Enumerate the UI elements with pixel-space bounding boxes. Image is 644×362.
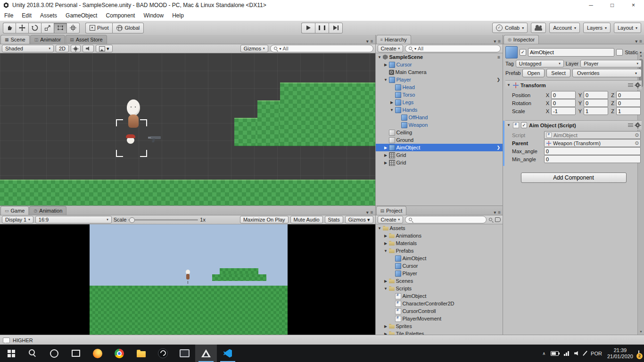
layers-dropdown[interactable]: Layers▾ — [583, 23, 611, 33]
network-icon[interactable] — [564, 351, 569, 356]
add-component-button[interactable]: Add Component — [521, 173, 627, 183]
console-statusbar[interactable]: HIGHER — [0, 335, 644, 345]
taskbar-task-view-button[interactable] — [65, 345, 87, 362]
rotation-y-field[interactable] — [584, 99, 608, 107]
hierarchy-item-offhand[interactable]: OffHand — [376, 114, 503, 121]
transform-header[interactable]: ▼ Transform — [505, 81, 642, 90]
game-pane-menu-icon[interactable]: ▾≡ — [366, 210, 375, 215]
maximize-on-play-button[interactable]: Maximize On Play — [240, 216, 289, 223]
project-item-aimobject[interactable]: AimObject — [376, 292, 497, 300]
taskbar-screen-app-button[interactable] — [173, 345, 195, 362]
stats-button[interactable]: Stats — [325, 216, 343, 223]
menu-component[interactable]: Component — [101, 10, 139, 21]
scene-search-input[interactable]: ▾All — [270, 45, 373, 52]
hierarchy-item-player[interactable]: ▼Player❯ — [376, 76, 503, 83]
project-create-dropdown[interactable]: Create▾ — [378, 216, 404, 223]
rotation-z-field[interactable] — [616, 99, 641, 107]
project-item-playermovement[interactable]: PlayerMovement — [376, 315, 497, 322]
scene-tab-scene[interactable]: ▦Scene — [0, 35, 30, 44]
project-search-by-type-icon[interactable] — [488, 217, 493, 222]
min-angle-field[interactable] — [544, 155, 641, 163]
player-head-sprite[interactable] — [127, 99, 140, 115]
hand-tool-button[interactable] — [3, 23, 16, 33]
prefab-chevron-icon[interactable]: ❯ — [496, 77, 500, 82]
game-gizmos-dropdown[interactable]: Gizmos▾ — [345, 216, 373, 223]
display-dropdown[interactable]: Display 1▾ — [2, 216, 33, 223]
tab-inspector[interactable]: ◎Inspector — [504, 35, 539, 44]
aspect-ratio-dropdown[interactable]: 16:9▾ — [35, 216, 112, 223]
project-label-icon[interactable] — [495, 217, 501, 222]
pen-icon[interactable] — [583, 351, 587, 356]
hierarchy-item-legs[interactable]: ▶Legs — [376, 99, 503, 106]
mute-audio-button[interactable]: Mute Audio — [290, 216, 323, 223]
action-center-button[interactable]: 2 — [638, 351, 639, 356]
scene-pane-menu-icon[interactable]: ▾≡ — [366, 39, 375, 44]
project-item-prefabs[interactable]: ▼Prefabs — [376, 247, 497, 255]
hierarchy-item-head[interactable]: Head — [376, 83, 503, 91]
taskbar-vscode-button[interactable] — [217, 345, 239, 362]
prefab-overrides-dropdown[interactable]: Overrides▾ — [572, 69, 642, 77]
project-item-tile-palettes[interactable]: ▶Tile Palettes — [376, 330, 497, 335]
preset-icon[interactable] — [628, 123, 633, 127]
script-object-field[interactable]: AimObject⊙ — [544, 131, 641, 139]
collapse-arrow-icon[interactable]: ▼ — [506, 123, 511, 127]
hierarchy-search-input[interactable]: ▾All — [405, 45, 501, 52]
minimize-button[interactable]: ─ — [580, 0, 602, 10]
position-y-field[interactable] — [584, 91, 608, 99]
hierarchy-item-aimobject[interactable]: ▶AimObject❯ — [376, 144, 503, 151]
collapse-arrow-icon[interactable]: ▼ — [377, 55, 383, 59]
menu-file[interactable]: File — [0, 10, 17, 21]
scene-menu-icon[interactable]: ≡ — [497, 55, 500, 60]
scale-slider[interactable] — [128, 219, 198, 221]
prefab-chevron-icon[interactable]: ❯ — [496, 145, 500, 150]
scale-slider-knob[interactable] — [129, 217, 135, 223]
hierarchy-item-main-camera[interactable]: Main Camera — [376, 68, 503, 76]
tab-project[interactable]: ▤Project — [376, 206, 407, 215]
game-tab-animation[interactable]: ◷Animation — [29, 206, 66, 215]
hierarchy-scene-root[interactable]: ▼SampleScene≡ — [376, 53, 503, 61]
taskbar-unity-button[interactable] — [195, 345, 217, 362]
taskbar-file-explorer-button[interactable] — [130, 345, 152, 362]
collapse-arrow-icon[interactable]: ▼ — [377, 226, 383, 230]
collapse-arrow-icon[interactable]: ▼ — [506, 83, 511, 87]
taskbar-firefox-button[interactable] — [87, 345, 108, 362]
expand-arrow-icon[interactable]: ▶ — [389, 100, 395, 105]
prefab-open-button[interactable]: Open — [522, 69, 545, 77]
weapon-sprite[interactable] — [150, 136, 161, 139]
position-x-field[interactable] — [551, 91, 576, 99]
account-dropdown[interactable]: Account▾ — [549, 23, 580, 33]
object-picker-icon[interactable]: ⊙ — [635, 140, 639, 146]
scene-tab-animator[interactable]: ◫Animator — [30, 35, 66, 44]
restore-button[interactable]: □ — [602, 0, 623, 10]
project-item-sprites[interactable]: ▶Sprites — [376, 322, 497, 330]
scale-z-field[interactable] — [616, 107, 641, 115]
selection-handles[interactable] — [116, 119, 147, 157]
hierarchy-pane-menu-icon[interactable]: ▾≡ — [494, 39, 503, 44]
game-tab-game[interactable]: ▭Game — [0, 206, 29, 215]
2d-toggle-button[interactable]: 2D — [56, 45, 69, 52]
taskbar-cortana-button[interactable] — [43, 345, 65, 362]
menu-edit[interactable]: Edit — [17, 10, 36, 21]
selection-handle-bottomright[interactable] — [140, 150, 147, 157]
expand-arrow-icon[interactable]: ▶ — [383, 146, 389, 150]
static-dropdown-icon[interactable]: ▾ — [640, 50, 642, 55]
expand-arrow-icon[interactable]: ▶ — [383, 241, 389, 246]
scale-slider-track[interactable] — [128, 219, 198, 221]
hierarchy-item-hands[interactable]: ▼Hands — [376, 106, 503, 114]
inspector-pane-menu-icon[interactable]: ▾≡ — [635, 39, 644, 44]
collab-dropdown[interactable]: ✓Collab▾ — [492, 23, 528, 33]
preset-icon[interactable] — [628, 83, 633, 87]
prefab-select-button[interactable]: Select — [546, 69, 570, 77]
menu-help[interactable]: Help — [168, 10, 188, 21]
hierarchy-item-grid[interactable]: ▶Grid — [376, 151, 503, 159]
active-checkbox[interactable] — [520, 49, 526, 56]
max-angle-field[interactable] — [544, 147, 641, 155]
scale-x-field[interactable] — [551, 107, 576, 115]
hierarchy-item-grid[interactable]: ▶Grid — [376, 159, 503, 166]
project-item-cursor[interactable]: Cursor — [376, 262, 497, 270]
collapse-arrow-icon[interactable]: ▼ — [383, 287, 389, 291]
scale-y-field[interactable] — [584, 107, 608, 115]
expand-arrow-icon[interactable]: ▶ — [383, 279, 389, 283]
parent-object-field[interactable]: Weapon (Transform)⊙ — [544, 139, 641, 147]
project-pane-menu-icon[interactable]: ▾≡ — [494, 210, 503, 215]
